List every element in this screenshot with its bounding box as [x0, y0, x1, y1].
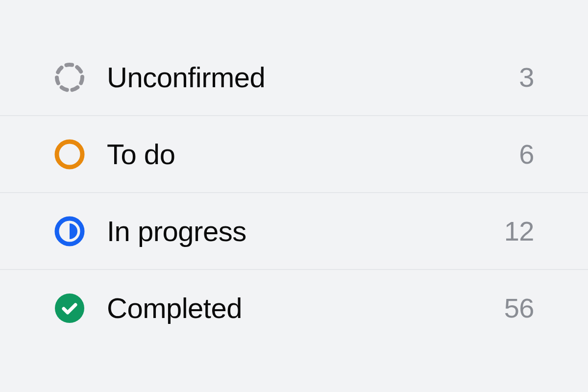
status-count-unconfirmed: 3 — [519, 61, 534, 93]
status-count-completed: 56 — [504, 292, 534, 324]
ring-icon — [54, 139, 85, 170]
status-row-in-progress[interactable]: In progress 12 — [0, 192, 588, 269]
status-label-unconfirmed: Unconfirmed — [107, 61, 519, 94]
status-label-completed: Completed — [107, 292, 504, 324]
dashed-circle-icon — [54, 62, 85, 93]
svg-point-0 — [57, 65, 82, 90]
status-list: Unconfirmed 3 To do 6 In progress 12 C — [0, 0, 588, 346]
check-filled-icon — [54, 293, 85, 324]
status-count-todo: 6 — [519, 138, 534, 170]
svg-point-3 — [55, 294, 84, 323]
svg-point-1 — [57, 142, 82, 167]
status-count-in-progress: 12 — [504, 215, 534, 247]
status-row-todo[interactable]: To do 6 — [0, 115, 588, 192]
status-label-todo: To do — [107, 138, 519, 171]
status-row-unconfirmed[interactable]: Unconfirmed 3 — [0, 39, 588, 115]
status-label-in-progress: In progress — [107, 215, 504, 247]
status-row-completed[interactable]: Completed 56 — [0, 269, 588, 346]
half-circle-icon — [54, 216, 85, 247]
